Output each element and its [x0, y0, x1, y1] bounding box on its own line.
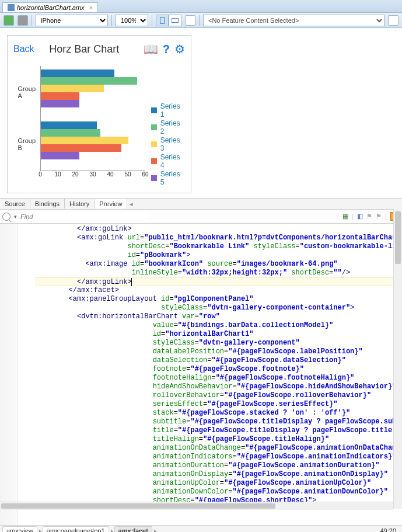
code-line[interactable]: animationIndicators="#{pageFlowScope.ani… — [35, 453, 402, 461]
code-line[interactable]: animationUpColor="#{pageFlowScope.animat… — [35, 479, 402, 488]
legend-item[interactable]: Series 5 — [151, 170, 185, 186]
stop-button[interactable] — [18, 15, 28, 26]
breadcrumb-item[interactable]: amx:panelpage#pp1 — [43, 526, 109, 532]
vertical-scrollbar[interactable] — [393, 209, 402, 509]
chart-container: Group AGroup B 0102030405060 Series 1Ser… — [8, 62, 191, 193]
feature-select[interactable]: <No Feature Content Selected> — [203, 15, 384, 26]
legend-label: Series 3 — [160, 136, 185, 152]
chart-legend: Series 1Series 2Series 3Series 4Series 5 — [151, 102, 185, 187]
separator: | — [352, 213, 354, 220]
code-line[interactable]: </amx:goLink> — [35, 277, 402, 286]
close-icon[interactable]: × — [89, 4, 93, 11]
gear-icon[interactable]: ⚙ — [174, 42, 185, 56]
toolbar-button[interactable] — [185, 15, 195, 26]
chart-plot: Group AGroup B — [40, 66, 145, 171]
cursor-position: 49:20 — [380, 527, 400, 532]
code-line[interactable]: </amx:facet> — [35, 286, 402, 295]
toolbar-button[interactable] — [388, 15, 398, 26]
code-line[interactable]: <amx:panelGroupLayout id="pglComponentPa… — [35, 295, 402, 304]
chevron-right-icon[interactable]: ▸ — [39, 528, 42, 532]
code-editor[interactable]: </amx:goLink> <amx:goLink url="public_ht… — [0, 224, 402, 525]
back-button[interactable]: Back — [13, 44, 34, 54]
pane-tab-preview[interactable]: Preview — [95, 199, 127, 208]
bookmark-prev-icon[interactable]: ⚑ — [366, 213, 372, 220]
code-line[interactable]: animationOnDataChange="#{pageFlowScope.a… — [35, 444, 402, 453]
find-dropdown-icon[interactable]: ▾ — [14, 214, 17, 220]
code-line[interactable]: styleClass="dvtm-gallery-component" — [35, 339, 402, 347]
legend-label: Series 5 — [160, 170, 185, 186]
code-line[interactable]: styleClass="dvtm-gallery-component-conta… — [35, 304, 402, 312]
bar — [41, 144, 121, 152]
portrait-button[interactable] — [156, 15, 169, 26]
code-line[interactable]: subtitle="#{pageFlowScope.titleDisplay ?… — [35, 418, 402, 426]
pane-tab-history[interactable]: History — [65, 199, 95, 208]
horizontal-scrollbar[interactable] — [0, 502, 393, 510]
bar — [41, 100, 79, 107]
code-line[interactable]: id="pBookmark"> — [35, 251, 402, 260]
separator: | — [385, 213, 387, 220]
bookmark-icon[interactable]: 📖 — [144, 42, 158, 56]
find-input[interactable] — [20, 213, 149, 220]
code-line[interactable]: titleHalign="#{pageFlowScope.titleHalign… — [35, 435, 402, 444]
device-select[interactable]: iPhone — [36, 15, 108, 26]
app-header: Back Horz Bar Chart 📖 ? ⚙ — [8, 36, 191, 62]
toolbar-icon[interactable]: ▦ — [342, 213, 348, 220]
landscape-button[interactable] — [169, 15, 181, 26]
code-line[interactable]: dataSelection="#{pageFlowScope.dataSelec… — [35, 356, 402, 365]
code-line[interactable]: animationDuration="#{pageFlowScope.anima… — [35, 461, 402, 470]
breadcrumb-item[interactable]: amx:facet — [114, 526, 152, 532]
x-tick: 30 — [89, 171, 96, 178]
x-tick: 60 — [142, 171, 148, 178]
code-line[interactable]: id="horizontalBarChart1" — [35, 330, 402, 339]
search-icon[interactable] — [2, 213, 11, 221]
bookmark-toggle-icon[interactable]: ◧ — [357, 213, 363, 220]
file-tab-bar: horizontalBarChart.amx × — [0, 0, 402, 13]
bookmark-next-icon[interactable]: ⚑ — [376, 213, 382, 220]
code-line[interactable]: <amx:goLink url="public_html/bookmark.ht… — [35, 234, 402, 242]
x-tick: 50 — [124, 171, 131, 178]
fold-gutter — [18, 224, 30, 525]
code-line[interactable]: dataLabelPosition="#{pageFlowScope.label… — [35, 347, 402, 356]
legend-item[interactable]: Series 2 — [151, 119, 185, 135]
separator — [199, 15, 200, 26]
code-line[interactable]: inlineStyle="width:32px;height:32px;" sh… — [35, 269, 402, 277]
preview-toolbar: iPhone 100% <No Feature Content Selected… — [0, 13, 402, 28]
code-line[interactable]: footnote="#{pageFlowScope.footnote}" — [35, 365, 402, 374]
code-line[interactable]: title="#{pageFlowScope.titleDisplay ? pa… — [35, 426, 402, 435]
code-line[interactable]: </amx:goLink> — [35, 225, 402, 234]
bar — [41, 77, 137, 85]
file-tab[interactable]: horizontalBarChart.amx × — [2, 2, 98, 12]
file-tab-label: horizontalBarChart.amx — [17, 4, 85, 11]
code-line[interactable]: animationDownColor="#{pageFlowScope.anim… — [35, 488, 402, 496]
tab-overflow-icon[interactable]: ◂ — [127, 200, 135, 208]
run-button[interactable] — [4, 15, 14, 26]
file-icon — [8, 4, 15, 11]
pane-tab-bindings[interactable]: Bindings — [30, 199, 65, 208]
find-bar: ▾ ▦ | ◧ ⚑ ⚑ | ▦ — [0, 210, 402, 224]
legend-item[interactable]: Series 3 — [151, 136, 185, 152]
code-line[interactable]: <dvtm:horizontalBarChart var="row" — [35, 312, 402, 321]
chevron-right-icon[interactable]: ▸ — [154, 528, 157, 532]
code-line[interactable]: hideAndShowBehavior="#{pageFlowScope.hid… — [35, 383, 402, 391]
code-line[interactable]: <amx:image id="bookmarkIcon" source="ima… — [35, 260, 402, 269]
code-line[interactable]: shortDesc="Bookmarkable Link" styleClass… — [35, 242, 402, 251]
code-line[interactable]: value="#{bindings.barData.collectionMode… — [35, 321, 402, 330]
pane-tab-source[interactable]: Source — [0, 199, 30, 208]
bar — [41, 85, 104, 92]
code-line[interactable]: stack="#{pageFlowScope.stacked ? 'on' : … — [35, 409, 402, 418]
breadcrumb-item[interactable]: amx:view — [2, 526, 37, 532]
code-line[interactable]: animationOnDisplay="#{pageFlowScope.anim… — [35, 470, 402, 479]
legend-item[interactable]: Series 1 — [151, 102, 185, 119]
zoom-select[interactable]: 100% — [116, 15, 148, 26]
chevron-right-icon[interactable]: ▸ — [111, 528, 114, 532]
preview-area: Back Horz Bar Chart 📖 ? ⚙ Group AGroup B… — [0, 28, 402, 198]
code-line[interactable]: footnoteHalign="#{pageFlowScope.footnote… — [35, 374, 402, 383]
x-axis-ticks: 0102030405060 — [40, 171, 145, 179]
legend-item[interactable]: Series 4 — [151, 153, 185, 169]
legend-swatch — [151, 141, 157, 147]
code-line[interactable]: rolloverBehavior="#{pageFlowScope.rollov… — [35, 391, 402, 400]
code-line[interactable]: seriesEffect="#{pageFlowScope.seriesEffe… — [35, 400, 402, 409]
help-icon[interactable]: ? — [163, 43, 170, 56]
bar — [41, 69, 114, 77]
x-tick: 20 — [72, 171, 78, 178]
